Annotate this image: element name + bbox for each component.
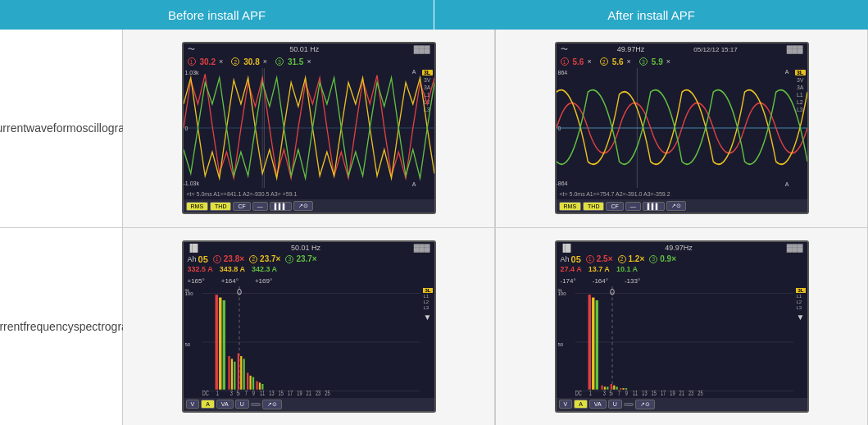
svg-rect-22 [219, 297, 221, 389]
svg-rect-25 [230, 359, 232, 389]
after-waveform-svg [557, 68, 807, 188]
svg-rect-35 [261, 384, 263, 390]
after-spec-chart: 3L L1 L2 L3 ▼ % 100 50 [557, 286, 807, 398]
svg-rect-68 [625, 388, 626, 390]
before-waveform-chart: 3L 3V 3A L1 L2 L3 1.03k 0 -1.03k A A [184, 68, 434, 188]
svg-text:15: 15 [651, 388, 656, 397]
svg-rect-26 [234, 362, 235, 390]
after-spec-readings1: Ah 05 1 2.5× 2 1.2× 3 0.9× [557, 254, 807, 265]
after-label: After install APF [434, 8, 868, 22]
before-spec-chart: 3L L1 L2 L3 ▼ % 100 50 [184, 286, 434, 398]
before-spectrogram-cell: ▐█ 50.01 Hz ▓▓▓ Ah 05 1 23.8× 2 23.7× 3 … [123, 228, 494, 426]
before-waveform-screen: 〜 50.01 Hz ▓▓▓ 1 30.2 × 2 30.8 × 3 31.5 … [182, 42, 436, 214]
before-waveform-readings: 1 30.2 × 2 30.8 × 3 31.5 × [184, 55, 434, 68]
svg-rect-60 [601, 385, 602, 389]
after-spec-topbar: ▐█ 49.97Hz ▓▓▓ [557, 242, 807, 254]
svg-rect-64 [613, 385, 615, 389]
wave-icon: 〜 [188, 44, 195, 55]
svg-text:19: 19 [297, 388, 302, 397]
after-waveform-cell: 〜 49.97Hz 05/12/12 15:17 ▓▓▓ 1 5.6 × 2 5… [496, 30, 867, 228]
svg-text:7: 7 [244, 388, 247, 397]
svg-rect-66 [620, 388, 621, 390]
svg-text:1: 1 [216, 388, 218, 397]
svg-text:17: 17 [287, 388, 292, 397]
svg-rect-62 [607, 386, 608, 389]
before-waveform-topbar: 〜 50.01 Hz ▓▓▓ [184, 43, 434, 55]
svg-text:DC: DC [202, 388, 208, 397]
before-waveform-cell: 〜 50.01 Hz ▓▓▓ 1 30.2 × 2 30.8 × 3 31.5 … [123, 30, 494, 228]
svg-text:7: 7 [617, 388, 620, 397]
svg-text:9: 9 [625, 388, 627, 397]
svg-rect-23 [222, 300, 225, 390]
after-waveform-readings: 1 5.6 × 2 5.6 × 3 5.9 × [557, 55, 807, 68]
svg-rect-28 [240, 356, 242, 390]
before-spec-topbar: ▐█ 50.01 Hz ▓▓▓ [184, 242, 434, 254]
after-spectrogram-screen: ▐█ 49.97Hz ▓▓▓ Ah 05 1 2.5× 2 1.2× 3 0.9… [555, 240, 809, 413]
after-spec-footer: V A VA U ↗⊙ [557, 398, 807, 411]
svg-text:25: 25 [325, 388, 329, 397]
svg-text:15: 15 [278, 388, 283, 397]
svg-text:21: 21 [306, 388, 311, 397]
label-waveform: Current waveform oscillogram [0, 30, 122, 228]
after-waveform-bottom: <t= 5.0ms A1=+754.7 A2=-391.0 A3=-359.2 [557, 188, 807, 199]
svg-text:13: 13 [642, 388, 647, 397]
svg-text:23: 23 [315, 388, 320, 397]
svg-rect-32 [252, 377, 253, 389]
svg-text:23: 23 [688, 388, 693, 397]
before-spec-angles: +165° +164° +169° [184, 276, 434, 286]
after-waveform-footer: RMS THD CF — ▌▌▌ ↗⊙ [557, 199, 807, 212]
before-waveform-bottom: <t= 5.0ms A1=+841.1 A2=-930.5 A3= +59.1 [184, 188, 434, 199]
svg-rect-58 [592, 297, 594, 389]
before-waveform-footer: RMS THD CF — ▌▌▌ ↗⊙ [184, 199, 434, 212]
before-spectrogram-screen: ▐█ 50.01 Hz ▓▓▓ Ah 05 1 23.8× 2 23.7× 3 … [182, 240, 436, 413]
svg-text:5: 5 [236, 388, 239, 397]
after-spectrogram-cell: ▐█ 49.97Hz ▓▓▓ Ah 05 1 2.5× 2 1.2× 3 0.9… [496, 228, 867, 426]
before-spec-readings1: Ah 05 1 23.8× 2 23.7× 3 23.7× [184, 254, 434, 265]
svg-text:21: 21 [679, 388, 684, 397]
header: Before install APF After install APF [0, 0, 868, 30]
svg-text:1: 1 [589, 388, 591, 397]
after-column: 〜 49.97Hz 05/12/12 15:17 ▓▓▓ 1 5.6 × 2 5… [496, 30, 868, 425]
svg-text:3: 3 [602, 388, 605, 397]
before-spec-svg: DC 1 3 5 7 9 11 13 15 17 19 21 23 25 [184, 286, 434, 398]
svg-rect-21 [215, 295, 217, 390]
svg-rect-29 [243, 359, 244, 389]
svg-rect-31 [249, 376, 251, 390]
svg-text:19: 19 [670, 388, 675, 397]
svg-text:9: 9 [252, 388, 254, 397]
before-label: Before install APF [0, 8, 434, 22]
after-spec-readings2: 27.4 A 13.7 A 10.1 A [557, 265, 807, 276]
before-spec-readings2: 332.5 A 343.8 A 342.3 A [184, 265, 434, 276]
svg-rect-65 [616, 386, 617, 389]
svg-text:11: 11 [632, 388, 637, 397]
after-spec-svg: DC 1 3 5 7 9 11 13 15 17 19 21 23 25 [557, 286, 807, 398]
svg-text:13: 13 [269, 388, 274, 397]
svg-rect-61 [603, 386, 605, 389]
label-column: Current waveform oscillogram Current fre… [0, 30, 123, 425]
label-spectrogram: Current frequency spectrogram [0, 228, 122, 426]
svg-text:17: 17 [660, 388, 665, 397]
svg-text:5: 5 [609, 388, 611, 397]
svg-text:DC: DC [575, 388, 581, 397]
after-waveform-chart: 3L 3V 3A L1 L2 L3 864 0 -864 A A [557, 68, 807, 188]
spec-icon-before: ▐█ [188, 244, 198, 252]
after-waveform-topbar: 〜 49.97Hz 05/12/12 15:17 ▓▓▓ [557, 43, 807, 55]
before-waveform-svg [184, 68, 434, 188]
after-spec-angles: -174° -164° -133° [557, 276, 807, 286]
svg-rect-57 [588, 295, 590, 390]
svg-rect-63 [610, 384, 611, 390]
svg-rect-27 [237, 353, 239, 389]
svg-rect-34 [258, 382, 260, 390]
svg-rect-33 [256, 381, 257, 389]
svg-text:3: 3 [229, 388, 232, 397]
svg-rect-59 [595, 300, 598, 390]
main-content: Current waveform oscillogram Current fre… [0, 30, 868, 425]
svg-text:25: 25 [698, 388, 702, 397]
svg-rect-24 [228, 356, 229, 390]
svg-rect-30 [247, 372, 248, 389]
before-spec-footer: V A VA U ↗⊙ [184, 398, 434, 411]
spec-icon-after: ▐█ [561, 244, 571, 252]
before-column: 〜 50.01 Hz ▓▓▓ 1 30.2 × 2 30.8 × 3 31.5 … [123, 30, 495, 425]
svg-text:11: 11 [259, 388, 264, 397]
svg-rect-67 [622, 388, 624, 390]
